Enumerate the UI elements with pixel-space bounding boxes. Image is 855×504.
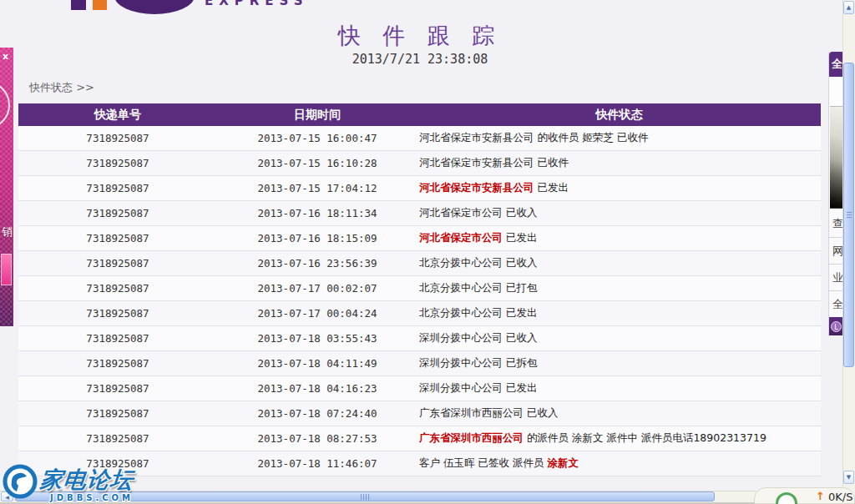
status-text: 深圳分拨中心公司 已拆包	[419, 356, 537, 369]
scroll-down-icon[interactable]: ▼	[843, 471, 854, 484]
page-title: 快 件 跟 踪	[0, 21, 840, 51]
upload-arrow-icon: ↑	[816, 490, 825, 502]
service-badge-icon[interactable]: L	[831, 321, 842, 332]
right-panel-footer: L	[829, 317, 843, 335]
tracking-table: 快递单号 日期时间 快件状态 73189250872013-07-15 16:0…	[18, 103, 821, 476]
tracking-page: EXPRESS 快 件 跟 踪 2013/7/21 23:38:08 快件状态 …	[0, 0, 855, 504]
table-body: 73189250872013-07-15 16:00:47河北省保定市安新县公司…	[18, 126, 821, 476]
right-panel-item[interactable]: 网	[829, 237, 843, 264]
table-row: 73189250872013-07-18 03:55:43深圳分拨中心公司 已收…	[18, 326, 821, 351]
row-datetime: 2013-07-18 04:11:49	[217, 357, 417, 370]
tracking-number: 7318925087	[18, 332, 217, 345]
header-datetime: 日期时间	[217, 108, 417, 123]
tracking-number: 7318925087	[18, 357, 217, 370]
row-status: 河北省保定市安新县公司 已收件	[417, 156, 821, 170]
row-status: 河北省保定市公司 已发出	[417, 231, 821, 245]
status-text: 北京分拨中心公司 已发出	[419, 306, 537, 319]
row-status: 河北省保定市安新县公司 已发出	[417, 181, 821, 195]
right-panel-photo	[830, 106, 843, 209]
header-status: 快件状态	[417, 108, 821, 123]
jdbbs-domain: JDBBS.COM	[50, 493, 134, 502]
status-text: 深圳分拨中心公司 已发出	[419, 381, 537, 394]
logo-express-text: EXPRESS	[205, 0, 309, 8]
row-datetime: 2013-07-15 17:04:12	[217, 182, 417, 194]
status-text: 广东省深圳市西丽公司 已收入	[419, 406, 558, 419]
table-row: 73189250872013-07-16 18:11:34河北省保定市公司 已收…	[18, 201, 821, 226]
jdbbs-name: 家电论坛	[38, 465, 135, 495]
row-status: 北京分拨中心公司 已收入	[417, 256, 821, 270]
table-row: 73189250872013-07-16 18:15:09河北省保定市公司 已发…	[18, 226, 821, 251]
table-row: 73189250872013-07-18 08:27:53广东省深圳市西丽公司 …	[18, 426, 821, 451]
row-status: 广东省深圳市西丽公司 已收入	[417, 406, 821, 421]
logo-letter-fragment	[71, 0, 86, 10]
row-datetime: 2013-07-18 04:16:23	[217, 382, 417, 395]
status-text: 已发出	[503, 231, 537, 244]
jdbbs-logo-icon	[2, 463, 38, 500]
vertical-scroll-thumb[interactable]	[843, 63, 854, 367]
status-text: 河北省保定市安新县公司 已收件	[419, 156, 569, 169]
tracking-number: 7318925087	[18, 157, 217, 169]
tracking-number: 7318925087	[18, 232, 217, 244]
table-row: 73189250872013-07-18 04:16:23深圳分拨中心公司 已发…	[18, 376, 821, 401]
vertical-scrollbar[interactable]: ▲ ▼	[842, 0, 855, 504]
tracking-number: 7318925087	[18, 182, 217, 194]
row-datetime: 2013-07-18 11:46:07	[217, 457, 417, 470]
tracking-number: 7318925087	[18, 382, 217, 395]
status-text: 河北省保定市安新县公司 的收件员 姬荣芝 已收件	[419, 131, 648, 144]
right-side-panel: 全 查网业全 L	[828, 52, 842, 335]
row-status: 北京分拨中心公司 已发出	[417, 306, 821, 320]
row-datetime: 2013-07-17 00:04:24	[217, 307, 417, 320]
table-row: 73189250872013-07-15 17:04:12河北省保定市安新县公司…	[18, 176, 821, 201]
tracking-number: 7318925087	[18, 257, 217, 270]
status-text: 北京分拨中心公司 已打包	[419, 281, 537, 294]
row-datetime: 2013-07-18 08:27:53	[217, 432, 417, 445]
row-status: 深圳分拨中心公司 已收入	[417, 331, 821, 345]
tracking-number: 7318925087	[18, 432, 217, 445]
table-row: 73189250872013-07-15 16:00:47河北省保定市安新县公司…	[18, 126, 821, 151]
status-text: 已发出	[534, 181, 569, 194]
header-tracking-number: 快递单号	[18, 108, 217, 123]
tracking-number: 7318925087	[18, 407, 217, 420]
row-status: 广东省深圳市西丽公司 的派件员 涂新文 派件中 派件员电话18902313719	[417, 431, 821, 446]
tracking-number: 7318925087	[18, 207, 217, 219]
express-logo: EXPRESS	[71, 0, 321, 14]
tracking-number: 7318925087	[18, 132, 217, 144]
speed-indicator-overlay[interactable]: ↑ 0K/S	[754, 487, 855, 504]
table-row: 73189250872013-07-15 16:10:28河北省保定市安新县公司…	[18, 151, 821, 176]
row-datetime: 2013-07-18 03:55:43	[217, 332, 417, 345]
banner-button[interactable]	[1, 254, 12, 285]
banner-circle-decoration	[0, 81, 10, 129]
close-icon[interactable]: x	[3, 52, 8, 61]
row-status: 深圳分拨中心公司 已拆包	[417, 356, 821, 370]
right-panel-item[interactable]: 查	[829, 210, 843, 237]
right-panel-item[interactable]: 业	[829, 264, 843, 290]
scroll-up-icon[interactable]: ▲	[843, 1, 854, 14]
right-panel-tab[interactable]: 全	[829, 52, 843, 77]
right-panel-item[interactable]: 全	[829, 290, 843, 317]
row-datetime: 2013-07-15 16:00:47	[217, 132, 417, 144]
tracking-number: 7318925087	[18, 282, 217, 295]
table-row: 73189250872013-07-18 04:11:49深圳分拨中心公司 已拆…	[18, 351, 821, 376]
query-timestamp: 2013/7/21 23:38:08	[0, 52, 840, 67]
banner-text: 销	[2, 224, 13, 239]
table-row: 73189250872013-07-17 00:04:24北京分拨中心公司 已发…	[18, 301, 821, 326]
row-datetime: 2013-07-16 23:56:39	[217, 257, 417, 270]
status-highlight: 河北省保定市公司	[419, 231, 503, 244]
row-status: 北京分拨中心公司 已打包	[417, 281, 821, 295]
status-text: 深圳分拨中心公司 已收入	[419, 331, 537, 344]
status-highlight: 涂新文	[547, 456, 579, 469]
row-status: 深圳分拨中心公司 已发出	[417, 381, 821, 396]
row-status: 客户 伍玉晖 已签收 派件员 涂新文	[417, 456, 821, 471]
table-row: 73189250872013-07-18 07:24:40广东省深圳市西丽公司 …	[18, 401, 821, 426]
right-panel-menu: 查网业全	[829, 210, 843, 317]
row-datetime: 2013-07-16 18:11:34	[217, 207, 417, 219]
scroll-grip-icon	[361, 494, 369, 500]
left-ad-banner[interactable]: x 销	[0, 48, 13, 326]
status-text: 的派件员 涂新文 派件中 派件员电话18902313719	[524, 431, 766, 444]
jdbbs-watermark: 家电论坛 JDBBS.COM	[2, 461, 185, 503]
row-datetime: 2013-07-18 07:24:40	[217, 407, 417, 420]
breadcrumb: 快件状态 >>	[29, 80, 94, 95]
status-highlight: 河北省保定市安新县公司	[419, 181, 534, 194]
logo-globe-icon	[114, 0, 195, 14]
logo-letter-fragment-orange	[93, 0, 107, 10]
